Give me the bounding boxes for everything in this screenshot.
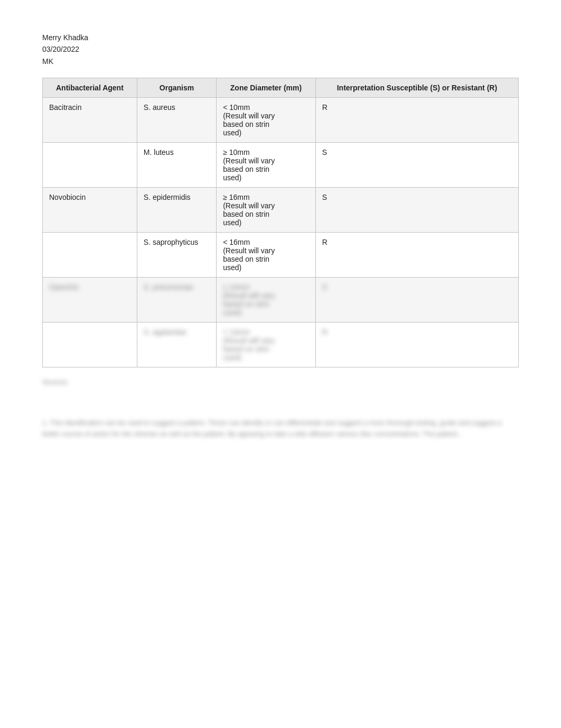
cell-agent: Optochin xyxy=(43,278,137,322)
footnotes-section: 1. This identification can be used to su… xyxy=(42,418,519,440)
cell-organism: S. aureus xyxy=(137,98,216,143)
cell-organism: S. agalactiae xyxy=(137,322,216,367)
table-row: S. saprophyticus< 16mm (Result will vary… xyxy=(43,233,519,278)
col-interpretation: Interpretation Susceptible (S) or Resist… xyxy=(315,78,518,98)
cell-zone: ≥ 14mm (Result will vary based on strin … xyxy=(217,278,316,322)
cell-agent xyxy=(43,233,137,278)
source-note: Sources xyxy=(42,378,519,386)
patient-date: 03/20/2022 xyxy=(42,43,519,55)
table-row: M. luteus≥ 10mm (Result will vary based … xyxy=(43,143,519,188)
cell-interpretation: R xyxy=(315,233,518,278)
cell-interpretation: S xyxy=(315,143,518,188)
patient-name: Merry Khadka xyxy=(42,32,519,43)
cell-zone: < 16mm (Result will vary based on strin … xyxy=(217,233,316,278)
cell-interpretation: R xyxy=(315,98,518,143)
col-organism: Organism xyxy=(137,78,216,98)
cell-interpretation: R xyxy=(315,322,518,367)
table-header-row: Antibacterial Agent Organism Zone Diamet… xyxy=(43,78,519,98)
cell-zone: ≥ 10mm (Result will vary based on strin … xyxy=(217,143,316,188)
antibiotic-table: Antibacterial Agent Organism Zone Diamet… xyxy=(42,78,519,367)
table-row: S. agalactiae< 14mm (Result will vary ba… xyxy=(43,322,519,367)
cell-agent xyxy=(43,143,137,188)
col-agent: Antibacterial Agent xyxy=(43,78,137,98)
cell-organism: S. epidermidis xyxy=(137,188,216,233)
header-section: Merry Khadka 03/20/2022 MK xyxy=(42,32,519,67)
cell-zone: < 14mm (Result will vary based on strin … xyxy=(217,322,316,367)
cell-interpretation: S xyxy=(315,188,518,233)
cell-zone: < 10mm (Result will vary based on strin … xyxy=(217,98,316,143)
cell-organism: M. luteus xyxy=(137,143,216,188)
col-zone: Zone Diameter (mm) xyxy=(217,78,316,98)
cell-agent: Bacitracin xyxy=(43,98,137,143)
cell-agent: Novobiocin xyxy=(43,188,137,233)
table-row: OptochinS. pneumoniae≥ 14mm (Result will… xyxy=(43,278,519,322)
cell-organism: S. saprophyticus xyxy=(137,233,216,278)
table-row: BacitracinS. aureus< 10mm (Result will v… xyxy=(43,98,519,143)
cell-organism: S. pneumoniae xyxy=(137,278,216,322)
cell-zone: ≥ 16mm (Result will vary based on strin … xyxy=(217,188,316,233)
cell-interpretation: S xyxy=(315,278,518,322)
patient-initials: MK xyxy=(42,56,519,67)
cell-agent xyxy=(43,322,137,367)
footnote-text: 1. This identification can be used to su… xyxy=(42,418,519,440)
table-row: NovobiocinS. epidermidis≥ 16mm (Result w… xyxy=(43,188,519,233)
